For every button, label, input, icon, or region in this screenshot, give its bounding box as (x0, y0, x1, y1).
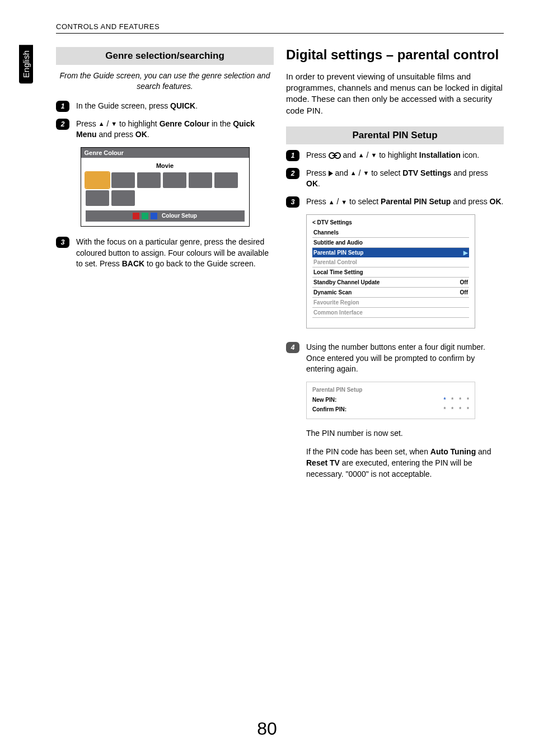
dtv-row: Standby Channel UpdateOff (312, 278, 469, 288)
step-bullet-3: 3 (286, 196, 299, 208)
pin-step-2-text: Press and ▲ / ▼ to select DTV Settings a… (306, 168, 504, 190)
dtv-row: Subtitle and Audio (312, 238, 469, 248)
manual-page: English CONTROLS AND FEATURES Genre sele… (0, 0, 534, 756)
pin-auto-tuning-note: If the PIN code has been set, when Auto … (306, 447, 504, 480)
language-tab: English (19, 45, 33, 83)
pin-step-4: 4 Using the number buttons enter a four … (286, 342, 504, 375)
pin-row-confirm: Confirm PIN: * * * * (312, 405, 469, 414)
colour-setup-label: Colour Setup (162, 213, 197, 219)
dtv-row-label: Parental Control (313, 259, 357, 265)
step-bullet-2: 2 (286, 168, 299, 179)
genre-step-2: 2 Press ▲ / ▼ to highlight Genre Colour … (56, 119, 274, 140)
genre-tile-selected (86, 172, 109, 188)
dtv-row-label: Dynamic Scan (313, 289, 352, 295)
dtv-row: Parental PIN Setup▶ (312, 248, 469, 257)
dtv-row: Local Time Setting (312, 267, 469, 278)
step-bullet-4: 4 (286, 342, 299, 353)
genre-tile (111, 172, 135, 188)
page-number: 80 (0, 719, 534, 739)
dtv-row-label: Common Interface (313, 309, 363, 316)
header-rule (56, 33, 504, 34)
genre-tile (86, 190, 109, 206)
step-bullet-1: 1 (56, 101, 69, 112)
dtv-row-label: Local Time Setting (313, 269, 363, 275)
pin-dot-icon: * (459, 397, 461, 403)
colour-setup-row: Colour Setup (86, 210, 245, 222)
dtv-row-label: Parental PIN Setup (313, 250, 363, 256)
genre-icon-grid (86, 172, 245, 206)
dtv-row-value: Off (460, 279, 468, 285)
parental-intro: In order to prevent viewing of unsuitabl… (286, 71, 504, 116)
pin-setup-figure: Parental PIN Setup New PIN: * * * * Conf… (306, 382, 475, 419)
running-head: CONTROLS AND FEATURES (56, 22, 504, 31)
genre-tile (137, 172, 161, 188)
pin-dot-icon: * (443, 397, 446, 403)
down-triangle-icon: ▼ (341, 198, 347, 206)
pin-dot-icon: * (451, 397, 453, 403)
step-bullet-3: 3 (56, 237, 69, 248)
dtv-rows-container: ChannelsSubtitle and AudioParental PIN S… (312, 228, 469, 318)
dtv-row-label: Favourite Region (313, 299, 359, 306)
confirm-pin-dots: * * * * (443, 406, 469, 412)
dtv-settings-figure: < DTV Settings ChannelsSubtitle and Audi… (306, 214, 475, 328)
genre-step-3-text: With the focus on a particular genre, pr… (76, 237, 274, 270)
parental-pin-subheading: Parental PIN Setup (286, 126, 504, 144)
genre-colour-figure: Genre Colour Movie (81, 147, 250, 227)
up-triangle-icon: ▲ (358, 151, 364, 159)
figure-category-label: Movie (86, 162, 245, 169)
colour-square-blue (151, 213, 157, 219)
parental-heading: Digital settings – parental control (286, 47, 504, 63)
right-column: Digital settings – parental control In o… (286, 47, 504, 487)
pin-dot-icon: * (459, 406, 461, 412)
pin-box-title: Parental PIN Setup (312, 387, 469, 393)
pin-row-new: New PIN: * * * * (312, 395, 469, 405)
dtv-row-label: Subtitle and Audio (313, 240, 363, 246)
dtv-row-label: Standby Channel Update (313, 279, 380, 285)
genre-tile (163, 172, 186, 188)
up-triangle-icon: ▲ (350, 169, 357, 177)
pin-step-4-text: Using the number buttons enter a four di… (306, 342, 504, 375)
dtv-row-label: Channels (313, 229, 339, 236)
dtv-row-value: Off (460, 289, 468, 295)
left-column: Genre selection/searching From the Guide… (56, 47, 274, 487)
content-columns: Genre selection/searching From the Guide… (56, 47, 504, 487)
dtv-row: Parental Control (312, 257, 469, 267)
dtv-row: Channels (312, 228, 469, 238)
confirm-pin-label: Confirm PIN: (312, 406, 346, 412)
genre-step-1-text: In the Guide screen, press QUICK. (76, 101, 198, 112)
up-triangle-icon: ▲ (99, 120, 105, 128)
right-triangle-icon (329, 171, 333, 176)
new-pin-dots: * * * * (443, 397, 469, 403)
pin-step-2: 2 Press and ▲ / ▼ to select DTV Settings… (286, 168, 504, 190)
figure-body: Movie Colour (81, 158, 249, 226)
up-triangle-icon: ▲ (329, 198, 335, 206)
dtv-row: Dynamic ScanOff (312, 288, 469, 298)
genre-intro: From the Guide screen, you can use the g… (56, 71, 274, 92)
remote-key-icon (329, 152, 341, 159)
pin-step-1: 1 Press and ▲ / ▼ to highlight Installat… (286, 150, 504, 161)
genre-step-1: 1 In the Guide screen, press QUICK. (56, 101, 274, 112)
colour-square-red (133, 213, 139, 219)
pin-dot-icon: * (443, 406, 446, 412)
dtv-row: Common Interface (312, 308, 469, 318)
down-triangle-icon: ▼ (371, 151, 377, 159)
genre-subheading: Genre selection/searching (56, 47, 274, 65)
pin-step-3-text: Press ▲ / ▼ to select Parental PIN Setup… (306, 196, 503, 208)
genre-tile (189, 172, 212, 188)
genre-step-3: 3 With the focus on a particular genre, … (56, 237, 274, 270)
pin-dot-icon: * (467, 406, 469, 412)
pin-dot-icon: * (467, 397, 469, 403)
dtv-row-value: ▶ (463, 250, 468, 256)
figure-title-bar: Genre Colour (81, 148, 249, 158)
dtv-settings-head: < DTV Settings (312, 219, 469, 226)
pin-step-1-text: Press and ▲ / ▼ to highlight Installatio… (306, 150, 479, 161)
new-pin-label: New PIN: (312, 397, 336, 403)
pin-set-confirmation: The PIN number is now set. (306, 428, 504, 439)
down-triangle-icon: ▼ (111, 120, 117, 128)
pin-dot-icon: * (451, 406, 453, 412)
dtv-row: Favourite Region (312, 298, 469, 308)
down-triangle-icon: ▼ (363, 169, 369, 177)
genre-step-2-text: Press ▲ / ▼ to highlight Genre Colour in… (76, 119, 274, 140)
step-bullet-1: 1 (286, 150, 299, 161)
step-bullet-2: 2 (56, 119, 69, 130)
